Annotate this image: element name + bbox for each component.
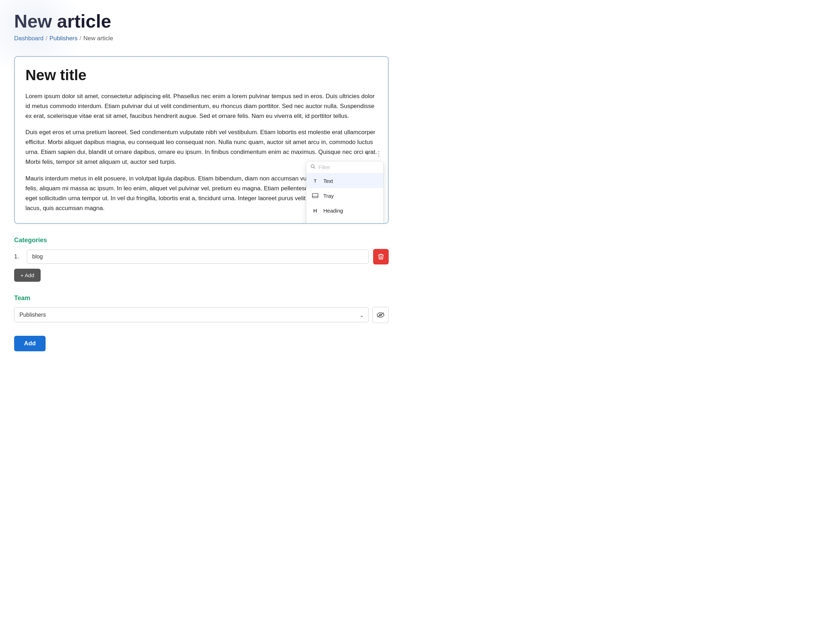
delete-category-button[interactable] [373,249,389,264]
team-section: Team Publishers ⌄ [14,294,810,323]
add-category-button[interactable]: + Add [14,269,41,282]
list-block-icon [311,221,319,224]
block-menu-item-tray[interactable]: Tray [306,188,383,203]
more-options-button[interactable]: ⋮ [374,149,384,158]
team-label: Team [14,294,810,302]
editor-container: New title Lorem ipsum dolor sit amet, co… [14,56,389,224]
tray-block-icon [311,192,319,199]
block-menu-filter-input[interactable] [318,164,379,170]
heading-block-icon: H [311,207,319,214]
editor-title[interactable]: New title [25,67,377,84]
block-menu-search-row [306,161,383,173]
team-select[interactable]: Publishers [14,307,369,322]
breadcrumb-publishers[interactable]: Publishers [49,35,77,42]
list-block-label: List [323,222,331,224]
add-block-button[interactable]: + [363,149,372,158]
editor-paragraph-1: Lorem ipsum dolor sit amet, consectetur … [25,92,377,121]
visibility-toggle-button[interactable] [372,307,389,323]
category-row: 1. [14,249,389,264]
text-block-label: Text [323,178,333,184]
block-menu-item-text[interactable]: T Text [306,173,383,188]
text-block-icon: T [311,177,319,185]
heading-block-label: Heading [323,208,343,214]
block-toolbar: + ⋮ [363,149,384,158]
breadcrumb-current: New article [83,35,113,42]
breadcrumb-sep-1: / [46,35,47,42]
page-title: New article [14,11,810,31]
svg-line-1 [314,167,315,169]
team-row: Publishers ⌄ [14,307,389,323]
submit-button[interactable]: Add [14,336,46,351]
category-number: 1. [14,253,23,260]
search-icon [311,164,315,170]
block-menu: T Text Tray H Heading [306,161,384,224]
team-select-wrap: Publishers ⌄ [14,307,369,322]
categories-section: Categories 1. + Add [14,236,810,282]
breadcrumb-sep-2: / [80,35,81,42]
svg-rect-2 [312,193,318,198]
block-menu-item-list[interactable]: List [306,218,383,224]
breadcrumb: Dashboard / Publishers / New article [14,35,810,42]
category-input[interactable] [27,250,369,264]
categories-label: Categories [14,236,810,244]
block-menu-item-heading[interactable]: H Heading [306,203,383,218]
breadcrumb-dashboard[interactable]: Dashboard [14,35,43,42]
tray-block-label: Tray [323,193,334,199]
